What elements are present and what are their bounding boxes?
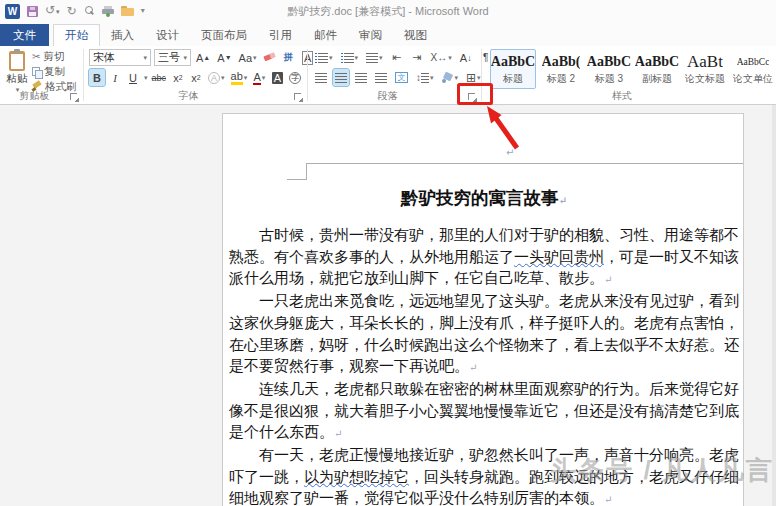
paragraph-mark: ↵ [469, 362, 477, 373]
font-name-combo[interactable]: 宋体▾ [89, 49, 151, 66]
quick-access-toolbar: W ↺▾ ↻ ▾ [5, 4, 145, 19]
ribbon-tab-row: 文件 开始插入设计页面布局引用邮件审阅视图 [0, 22, 776, 46]
numbering-icon [341, 53, 354, 63]
font-size-combo[interactable]: 三号▾ [154, 49, 191, 66]
document-page[interactable]: ↵ 黔驴技穷的寓言故事↵ 古时候，贵州一带没有驴，那里的人们对于驴的相貌、习性、… [222, 113, 744, 506]
tab-审阅[interactable]: 审阅 [348, 24, 393, 46]
style-preview: AaBt [687, 52, 723, 72]
text-effects-button[interactable]: A▾ [206, 69, 227, 86]
clipboard-dialog-launcher-icon[interactable] [70, 93, 79, 102]
style-标题 2[interactable]: AaBb(标题 2 [538, 49, 584, 89]
align-right-button[interactable] [353, 69, 369, 86]
tab-引用[interactable]: 引用 [258, 24, 303, 46]
style-name: 副标题 [642, 72, 672, 86]
style-副标题[interactable]: AaBbC副标题 [634, 49, 680, 89]
multilevel-list-button[interactable]: ▾ [364, 49, 385, 66]
justify-button[interactable] [373, 69, 389, 86]
sort-button[interactable]: A↓ [458, 49, 474, 66]
open-folder-icon[interactable] [121, 6, 134, 16]
word-window: W ↺▾ ↻ ▾ 黔驴技穷.doc [兼容模式] - Microsoft Wor… [0, 0, 776, 506]
align-center-button[interactable] [333, 69, 349, 86]
character-shading-button[interactable]: A [269, 69, 285, 86]
style-论文标题[interactable]: AaBt论文标题 [682, 49, 728, 89]
undo-icon[interactable]: ↺▾ [45, 4, 60, 18]
copy-button[interactable]: 复制 [32, 65, 77, 78]
style-name: 论文单位 [733, 72, 773, 86]
multilevel-list-icon [366, 53, 378, 63]
vertical-scrollbar[interactable] [772, 105, 776, 506]
tab-开始[interactable]: 开始 [53, 24, 100, 46]
change-case-button[interactable]: Aa▾ [237, 49, 259, 66]
watermark-text: 头条号 / 凡人凡言 [550, 453, 774, 488]
word-logo-icon: W [5, 4, 20, 19]
underline-dropdown-icon[interactable]: ▾ [144, 74, 148, 82]
style-name: 标题 3 [595, 72, 623, 86]
tab-插入[interactable]: 插入 [100, 24, 145, 46]
bullets-icon [315, 53, 328, 63]
distributed-button[interactable]: 文 [393, 69, 410, 86]
style-preview: AaBbC [491, 52, 535, 72]
style-标题 3[interactable]: AaBbC标题 3 [586, 49, 632, 89]
quick-print-icon[interactable] [102, 6, 114, 16]
cut-button[interactable]: ✂ 剪切 [32, 50, 77, 63]
tab-设计[interactable]: 设计 [145, 24, 190, 46]
font-color-button[interactable]: A▾ [251, 69, 267, 86]
customize-qat-icon[interactable]: ▾ [141, 5, 145, 17]
paragraph-mark: ↵ [604, 494, 612, 505]
paragraph[interactable]: 一只老虎出来觅食吃，远远地望见了这头驴。老虎从来没有见过驴，看到这家伙身躯庞大，… [229, 291, 739, 379]
bold-button[interactable]: B [89, 69, 105, 86]
tab-邮件[interactable]: 邮件 [303, 24, 348, 46]
bullets-button[interactable]: ▾ [313, 49, 335, 66]
distributed-icon: 文 [395, 72, 408, 83]
document-canvas: ↵ 黔驴技穷的寓言故事↵ 古时候，贵州一带没有驴，那里的人们对于驴的相貌、习性、… [0, 105, 776, 506]
subscript-button[interactable]: x2 [170, 69, 186, 86]
increase-indent-button[interactable]: ⇥ [409, 49, 425, 66]
align-left-button[interactable] [313, 69, 329, 86]
justify-icon [375, 73, 387, 83]
styles-group: AaBbC标题AaBb(标题 2AaBbC标题 3AaBbC副标题AaBt论文标… [482, 46, 776, 104]
asian-layout-button[interactable]: X↔▾ [429, 49, 454, 66]
styles-group-label: 样式 [482, 89, 762, 103]
numbering-button[interactable]: ▾ [339, 49, 361, 66]
paste-label: 粘贴 [7, 72, 28, 86]
enclose-character-button[interactable]: 字 [287, 69, 303, 86]
proofing-underlined-text: 以为驴想吃掉它 [304, 469, 409, 485]
strikethrough-button[interactable]: abc [150, 69, 169, 86]
decrease-indent-button[interactable]: ⇤ [389, 49, 405, 66]
grow-font-button[interactable]: A▲ [194, 49, 212, 66]
underline-button[interactable]: U [125, 69, 141, 86]
font-name-value: 宋体 [93, 50, 115, 65]
shrink-font-button[interactable]: A▼ [215, 49, 233, 66]
style-标题[interactable]: AaBbC标题 [490, 49, 536, 89]
paragraph[interactable]: 古时候，贵州一带没有驴，那里的人们对于驴的相貌、习性、用途等都不熟悉。有个喜欢多… [229, 225, 739, 291]
tab-页面布局[interactable]: 页面布局 [190, 24, 258, 46]
align-left-icon [315, 73, 327, 83]
font-dialog-launcher-icon[interactable] [294, 93, 303, 102]
phonetic-icon: 拼 [284, 51, 293, 64]
text-run: 一只老虎出来觅食吃，远远地望见了这头驴。老虎从来没有见过驴，看到这家伙身躯庞大，… [229, 293, 739, 374]
phonetic-guide-button[interactable]: 拼 [281, 49, 297, 66]
eraser-icon [264, 53, 276, 62]
clipboard-icon [9, 51, 25, 71]
line-spacing-button[interactable]: ↕▾ [414, 69, 436, 86]
save-icon[interactable] [27, 6, 38, 17]
borders-button[interactable]: ⊞▾ [464, 69, 483, 86]
redo-icon[interactable]: ↻ [67, 5, 77, 17]
superscript-button[interactable]: x2 [188, 69, 204, 86]
paragraph-dialog-launcher-icon[interactable] [468, 93, 477, 102]
clear-formatting-button[interactable] [262, 49, 278, 66]
scissors-icon: ✂ [32, 51, 40, 62]
paragraph[interactable]: 连续几天，老虎都只敢躲在密密的树林里面观察驴的行为。后来觉得它好像不是很凶狠，就… [229, 379, 739, 445]
style-论文单位[interactable]: AaBbCc论文单位 [730, 49, 776, 89]
tab-file[interactable]: 文件 [0, 24, 49, 46]
print-preview-icon[interactable] [84, 6, 95, 17]
clipboard-group-label: 剪贴板 [0, 89, 69, 103]
text-run: 连续几天，老虎都只敢躲在密密的树林里面观察驴的行为。后来觉得它好像不是很凶狠，就… [229, 381, 739, 440]
cut-label: 剪切 [43, 50, 64, 64]
style-preview: AaBbC [635, 52, 679, 72]
italic-button[interactable]: I [107, 69, 123, 86]
tab-视图[interactable]: 视图 [393, 24, 438, 46]
style-name: 论文标题 [685, 72, 725, 86]
highlight-button[interactable]: ab▾ [229, 69, 250, 86]
shading-button[interactable]: ▾ [440, 69, 461, 86]
